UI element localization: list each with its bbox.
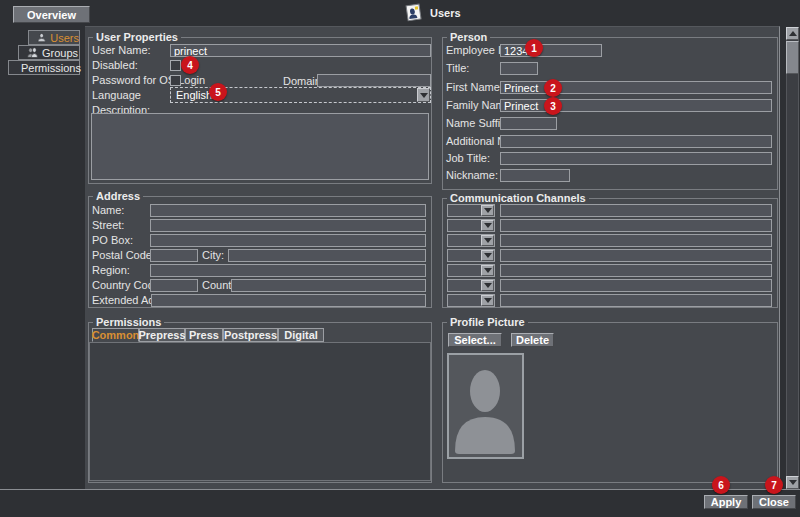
annotation-badge-3: 3 xyxy=(544,97,562,115)
tab-prepress[interactable]: Prepress xyxy=(139,328,185,342)
panel-bottom-divider xyxy=(0,489,800,490)
chevron-down-glyph xyxy=(484,283,492,288)
nickname-label: Nickname: xyxy=(446,169,498,181)
tab-digital[interactable]: Digital xyxy=(278,328,324,342)
group-person: Person xyxy=(442,37,778,190)
chevron-down-icon[interactable] xyxy=(481,250,494,261)
domain-input[interactable] xyxy=(317,74,431,87)
extended-address-input[interactable] xyxy=(151,294,426,307)
channel-value-input[interactable] xyxy=(500,234,772,247)
overview-button[interactable]: Overview xyxy=(13,6,90,23)
name-suffix-input[interactable] xyxy=(500,117,557,130)
sidebar-item-groups[interactable]: Groups xyxy=(18,45,80,60)
first-name-input[interactable] xyxy=(500,81,772,94)
channel-value-input[interactable] xyxy=(500,204,772,217)
channel-value-input[interactable] xyxy=(500,249,772,262)
annotation-badge-1: 1 xyxy=(525,39,543,57)
tab-press[interactable]: Press xyxy=(185,328,223,342)
chevron-down-glyph xyxy=(484,208,492,213)
title-field-label: Title: xyxy=(446,62,469,74)
chevron-down-icon xyxy=(420,93,428,98)
channel-type-select[interactable] xyxy=(447,279,495,292)
delete-picture-button[interactable]: Delete xyxy=(511,333,554,347)
password-os-label: Password for OS Login xyxy=(92,74,205,86)
triangle-up-icon xyxy=(789,31,797,36)
groups-icon xyxy=(27,47,38,58)
scrollbar-thumb[interactable] xyxy=(786,41,799,74)
chevron-down-icon[interactable] xyxy=(481,265,494,276)
group-title: Permissions xyxy=(93,316,164,328)
channel-value-input[interactable] xyxy=(500,279,772,292)
street-input[interactable] xyxy=(150,219,426,232)
channel-value-input[interactable] xyxy=(500,219,772,232)
channel-value-input[interactable] xyxy=(500,294,772,307)
job-title-label: Job Title: xyxy=(446,152,490,164)
channel-type-select[interactable] xyxy=(447,249,495,262)
sidebar-item-users[interactable]: Users xyxy=(28,30,80,45)
description-textarea[interactable] xyxy=(91,113,429,180)
annotation-badge-4: 4 xyxy=(181,56,199,74)
chevron-down-icon[interactable] xyxy=(481,220,494,231)
channel-value-input[interactable] xyxy=(500,264,772,277)
chevron-down-glyph xyxy=(484,238,492,243)
language-value: English xyxy=(171,89,417,101)
country-code-input[interactable] xyxy=(150,279,198,292)
channel-type-select[interactable] xyxy=(447,234,495,247)
tab-common[interactable]: Common xyxy=(92,328,139,342)
channel-type-select[interactable] xyxy=(447,204,495,217)
address-name-input[interactable] xyxy=(150,204,426,217)
users-page-icon xyxy=(404,3,423,22)
chevron-down-glyph xyxy=(484,253,492,258)
app-window: Overview Users Users Groups xyxy=(0,0,800,517)
group-title: User Properties xyxy=(93,31,181,43)
city-input[interactable] xyxy=(228,249,426,262)
channel-type-select[interactable] xyxy=(447,294,495,307)
region-label: Region: xyxy=(92,264,130,276)
user-name-label: User Name: xyxy=(92,44,151,56)
additional-name-input[interactable] xyxy=(500,135,772,148)
nickname-input[interactable] xyxy=(500,169,570,182)
disabled-checkbox[interactable] xyxy=(170,60,181,71)
employee-id-input[interactable] xyxy=(500,44,602,57)
city-label: City: xyxy=(202,249,224,261)
group-title: Person xyxy=(447,31,490,43)
street-label: Street: xyxy=(92,219,124,231)
annotation-badge-7: 7 xyxy=(765,476,783,494)
tab-postpress[interactable]: Postpress xyxy=(223,328,278,342)
chevron-down-icon[interactable] xyxy=(481,205,494,216)
apply-button[interactable]: Apply xyxy=(704,495,748,509)
chevron-down-glyph xyxy=(484,223,492,228)
user-icon xyxy=(37,32,46,43)
job-title-input[interactable] xyxy=(500,152,772,165)
sidebar-item-label: Permissions xyxy=(21,62,81,74)
chevron-down-icon[interactable] xyxy=(481,280,494,291)
language-dropdown-button[interactable] xyxy=(417,88,430,102)
page-title-text: Users xyxy=(430,7,461,19)
group-title: Address xyxy=(93,190,143,202)
country-input[interactable] xyxy=(231,279,426,292)
channel-type-select[interactable] xyxy=(447,264,495,277)
close-button[interactable]: Close xyxy=(752,495,796,509)
permissions-tab-content xyxy=(89,342,431,481)
select-picture-button[interactable]: Select... xyxy=(448,333,502,347)
po-box-label: PO Box: xyxy=(92,234,133,246)
vertical-scrollbar[interactable] xyxy=(786,27,799,489)
group-title: Profile Picture xyxy=(447,316,528,328)
sidebar-item-permissions[interactable]: Permissions xyxy=(8,60,80,75)
postal-code-label: Postal Code: xyxy=(92,249,155,261)
region-input[interactable] xyxy=(150,264,426,277)
channel-type-select[interactable] xyxy=(447,219,495,232)
chevron-down-glyph xyxy=(484,298,492,303)
family-name-input[interactable] xyxy=(500,99,772,112)
scroll-up-button[interactable] xyxy=(786,27,799,40)
triangle-down-icon xyxy=(789,480,797,485)
title-input[interactable] xyxy=(500,62,538,75)
chevron-down-icon[interactable] xyxy=(481,235,494,246)
po-box-input[interactable] xyxy=(150,234,426,247)
chevron-down-icon[interactable] xyxy=(481,295,494,306)
user-name-input[interactable] xyxy=(170,44,431,57)
password-os-checkbox[interactable] xyxy=(170,75,181,86)
scroll-down-button[interactable] xyxy=(786,476,799,489)
profile-picture-placeholder xyxy=(447,353,524,459)
postal-code-input[interactable] xyxy=(150,249,198,262)
